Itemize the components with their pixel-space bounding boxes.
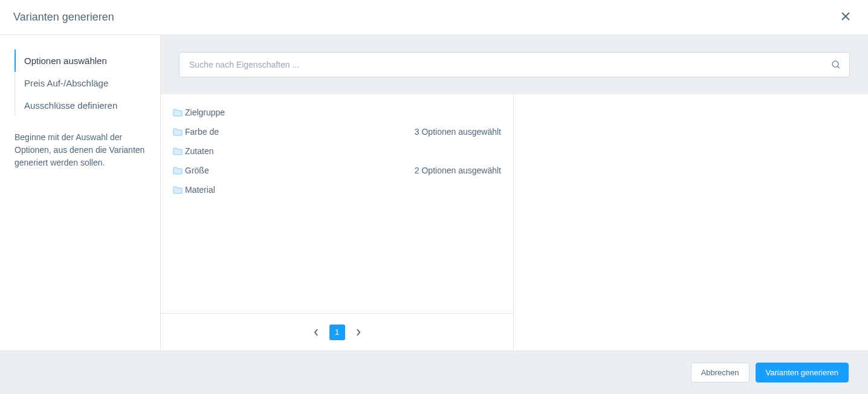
variant-generator-modal: Varianten generieren Optionen auswählen …: [0, 0, 868, 394]
property-list-wrap: Zielgruppe Farbe de 3 Optionen ausgewähl…: [161, 94, 514, 350]
cancel-button[interactable]: Abbrechen: [691, 363, 750, 383]
search-input[interactable]: [180, 60, 823, 69]
property-row-groesse[interactable]: Größe 2 Optionen ausgewählt: [161, 161, 513, 180]
folder-icon: [173, 186, 183, 194]
page-number-1[interactable]: 1: [329, 325, 345, 340]
property-selected-count: 3 Optionen ausgewählt: [415, 127, 501, 137]
svg-line-3: [838, 66, 840, 69]
page-prev-button[interactable]: [308, 325, 325, 340]
modal-header: Varianten generieren: [0, 0, 868, 35]
property-list: Zielgruppe Farbe de 3 Optionen ausgewähl…: [161, 94, 513, 313]
property-row-zielgruppe[interactable]: Zielgruppe: [161, 103, 513, 122]
property-row-farbe[interactable]: Farbe de 3 Optionen ausgewählt: [161, 122, 513, 141]
content-split: Zielgruppe Farbe de 3 Optionen ausgewähl…: [161, 94, 868, 350]
main-panel: Zielgruppe Farbe de 3 Optionen ausgewähl…: [160, 35, 868, 350]
folder-icon: [173, 147, 183, 155]
search-bar-wrap: [161, 35, 868, 94]
close-icon: [841, 12, 850, 21]
sidebar-tabs: Optionen auswählen Preis Auf-/Abschläge …: [15, 50, 160, 117]
search-bar: [179, 52, 850, 77]
property-name: Größe: [185, 166, 415, 175]
page-next-button[interactable]: [350, 325, 367, 340]
property-name: Farbe de: [185, 127, 415, 137]
property-row-zutaten[interactable]: Zutaten: [161, 141, 513, 161]
tab-select-options[interactable]: Optionen auswählen: [15, 50, 160, 72]
modal-footer: Abbrechen Varianten generieren: [0, 350, 868, 394]
property-name: Zielgruppe: [185, 108, 501, 117]
property-name: Material: [185, 185, 501, 195]
sidebar-help-text: Beginne mit der Auswahl der Optionen, au…: [0, 117, 160, 169]
tab-define-exclusions[interactable]: Ausschlüsse definieren: [15, 94, 160, 117]
detail-panel: [514, 94, 868, 350]
pagination: 1: [161, 313, 513, 350]
close-button[interactable]: [837, 10, 855, 25]
chevron-left-icon: [314, 329, 319, 336]
modal-title: Varianten generieren: [13, 11, 114, 24]
chevron-right-icon: [356, 329, 361, 336]
property-name: Zutaten: [185, 146, 501, 156]
property-selected-count: 2 Optionen ausgewählt: [415, 166, 501, 175]
modal-body: Optionen auswählen Preis Auf-/Abschläge …: [0, 35, 868, 350]
sidebar: Optionen auswählen Preis Auf-/Abschläge …: [0, 35, 160, 350]
folder-icon: [173, 166, 183, 175]
folder-icon: [173, 128, 183, 136]
search-icon: [823, 60, 849, 69]
folder-icon: [173, 108, 183, 117]
property-row-material[interactable]: Material: [161, 180, 513, 199]
tab-price-surcharges[interactable]: Preis Auf-/Abschläge: [15, 72, 160, 94]
generate-button[interactable]: Varianten generieren: [756, 363, 849, 383]
